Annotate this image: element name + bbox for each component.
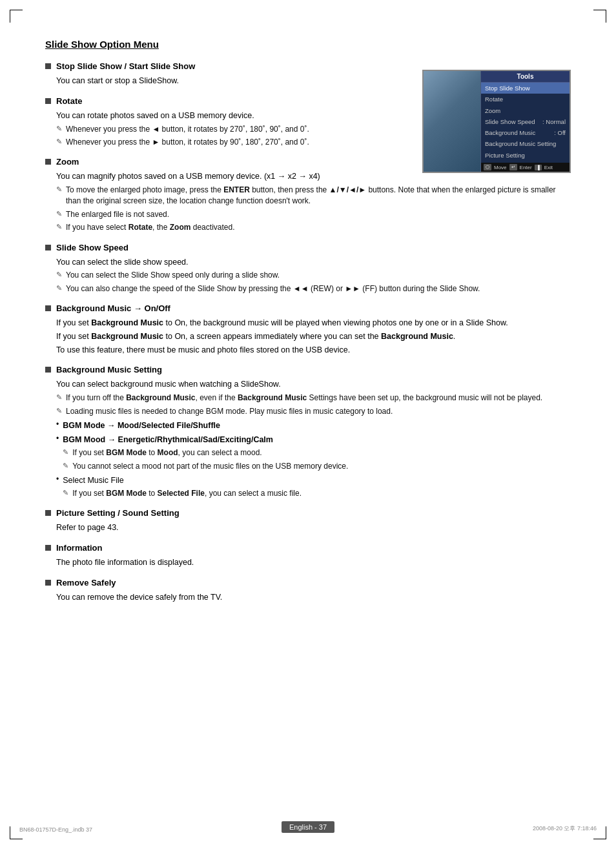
menu-item-title: Zoom [56, 157, 79, 167]
nav-enter-label: Enter [520, 165, 532, 170]
menu-item-desc: Refer to page 43. [56, 522, 571, 534]
note-text: Whenever you press the ► button, it rota… [66, 137, 309, 148]
page-container: Slide Show Option Menu Tools Stop Slide … [0, 0, 616, 849]
tv-menu-panel: Tools Stop Slide ShowRotateZoomSlide Sho… [422, 70, 571, 173]
bullet-square-icon [45, 545, 51, 551]
corner-mark-tr [593, 10, 606, 23]
tools-menu-item: Stop Slide Show [481, 83, 570, 94]
menu-item-title: Rotate [56, 96, 82, 106]
sub-note-item: ✎If you set BGM Mode to Mood, you can se… [63, 447, 348, 458]
menu-item-desc: You can select background music when wat… [56, 378, 571, 391]
menu-item-information: InformationThe photo file information is… [45, 543, 571, 569]
menu-item-header: Picture Setting / Sound Setting [45, 508, 571, 518]
menu-item-picture-sound-setting: Picture Setting / Sound SettingRefer to … [45, 508, 571, 534]
footer-right: 2008-08-20 오후 7:18:46 [533, 824, 597, 833]
bullet-square-icon [45, 159, 51, 165]
bullet-dot-text: Select Music File✎If you set BGM Mode to… [63, 475, 302, 500]
note-item: ✎You can select the Slide Show speed onl… [56, 270, 571, 281]
menu-item-header: Background Music → On/Off [45, 303, 571, 313]
bullet-main-text: BGM Mode → Mood/Selected File/Shuffle [63, 421, 220, 430]
menu-item-desc: If you set Background Music to On, a scr… [56, 331, 571, 343]
note-icon: ✎ [56, 284, 62, 292]
bullet-square-icon [45, 245, 51, 251]
page-footer: English - 37 [0, 821, 616, 833]
bullet-dot-item: •BGM Mood → Energetic/Rhythmical/Sad/Exc… [56, 434, 571, 472]
note-item: ✎If you turn off the Background Music, e… [56, 393, 571, 404]
note-text: Loading music files is needed to change … [66, 406, 393, 417]
bullet-dot-text: BGM Mode → Mood/Selected File/Shuffle [63, 420, 220, 431]
menu-item-title: Picture Setting / Sound Setting [56, 508, 180, 518]
nav-exit-label: Exit [544, 165, 553, 170]
sub-note-icon: ✎ [63, 489, 68, 497]
note-text: To move the enlarged photo image, press … [66, 185, 571, 207]
tools-menu-item: Information [481, 172, 570, 173]
sub-note-text: If you set BGM Mode to Mood, you can sel… [72, 447, 262, 458]
note-item: ✎To move the enlarged photo image, press… [56, 185, 571, 207]
bullet-dot-item: •BGM Mode → Mood/Selected File/Shuffle [56, 420, 571, 431]
menu-item-desc: You can remove the device safely from th… [56, 591, 571, 604]
note-icon: ✎ [56, 210, 62, 218]
note-text: Whenever you press the ◄ button, it rota… [66, 124, 309, 135]
menu-item-title: Information [56, 543, 103, 553]
bullet-square-icon [45, 510, 51, 516]
menu-item-header: Slide Show Speed [45, 243, 571, 252]
bullet-square-icon [45, 367, 51, 373]
menu-item-desc: To use this feature, there must be music… [56, 344, 571, 356]
tools-panel: Tools Stop Slide ShowRotateZoomSlide Sho… [480, 71, 570, 172]
menu-item-background-music: Background Music → On/OffIf you set Back… [45, 303, 571, 356]
note-text: If you turn off the Background Music, ev… [66, 393, 542, 404]
note-icon: ✎ [56, 223, 62, 231]
tools-menu-item: Background Music Setting [481, 138, 570, 149]
note-icon: ✎ [56, 407, 62, 415]
menu-item-desc: The photo file information is displayed. [56, 557, 571, 569]
page-number: English - 37 [282, 821, 334, 833]
tools-menu-item: Picture Setting [481, 150, 570, 161]
menu-item-header: Background Music Setting [45, 365, 571, 374]
tools-panel-title: Tools [481, 71, 570, 83]
bullet-dot-mark: • [56, 420, 59, 429]
nav-move-label: Move [494, 165, 507, 170]
note-icon: ✎ [56, 185, 62, 194]
note-item: ✎Loading music files is needed to change… [56, 406, 571, 417]
tools-menu-item: Rotate [481, 94, 570, 105]
menu-item-title: Background Music Setting [56, 365, 162, 374]
menu-item-title: Background Music → On/Off [56, 303, 170, 313]
menu-item-title: Slide Show Speed [56, 243, 128, 252]
menu-item-desc: If you set Background Music to On, the b… [56, 317, 571, 329]
menu-item-header: Information [45, 543, 571, 553]
note-icon: ✎ [56, 125, 62, 133]
bullet-square-icon [45, 305, 51, 311]
menu-item-slide-show-speed: Slide Show SpeedYou can select the slide… [45, 243, 571, 295]
tools-menu-item: Slide Show Speed: Normal [481, 116, 570, 127]
menu-item-desc: You can select the slide show speed. [56, 256, 571, 269]
menu-item-header: Remove Safely [45, 578, 571, 588]
note-item: ✎If you have select Rotate, the Zoom dea… [56, 222, 571, 233]
bullet-square-icon [45, 98, 51, 104]
sub-note-icon: ✎ [63, 448, 68, 456]
note-text: You can select the Slide Show speed only… [66, 270, 280, 281]
note-item: ✎You can also change the speed of the Sl… [56, 283, 571, 294]
menu-item-title: Remove Safely [56, 578, 116, 588]
note-icon: ✎ [56, 393, 62, 402]
nav-move-icon: ⬡ [484, 164, 491, 170]
bullet-dot-item: •Select Music File✎If you set BGM Mode t… [56, 475, 571, 500]
nav-enter-icon: ↵ [509, 164, 517, 170]
tools-menu-item: Zoom [481, 105, 570, 116]
corner-mark-tl [10, 10, 23, 23]
note-text: If you have select Rotate, the Zoom deac… [66, 222, 234, 233]
tools-nav-bar: ⬡ Move ↵ Enter ▐ Exit [481, 163, 570, 172]
tv-background-image [424, 71, 488, 172]
tools-menu-item: Background Music: Off [481, 127, 570, 138]
sub-note-text: If you set BGM Mode to Selected File, yo… [72, 488, 302, 499]
note-text: The enlarged file is not saved. [66, 209, 169, 220]
page-title: Slide Show Option Menu [45, 39, 571, 50]
note-icon: ✎ [56, 138, 62, 146]
note-icon: ✎ [56, 271, 62, 279]
bullet-main-text: Select Music File [63, 476, 123, 485]
bullet-dot-mark: • [56, 475, 59, 484]
bullet-dot-text: BGM Mood → Energetic/Rhythmical/Sad/Exci… [63, 434, 348, 472]
bullet-square-icon [45, 63, 51, 69]
menu-item-title: Stop Slide Show / Start Slide Show [56, 61, 195, 71]
bullet-dot-mark: • [56, 434, 59, 443]
tv-screen: Tools Stop Slide ShowRotateZoomSlide Sho… [422, 70, 571, 173]
